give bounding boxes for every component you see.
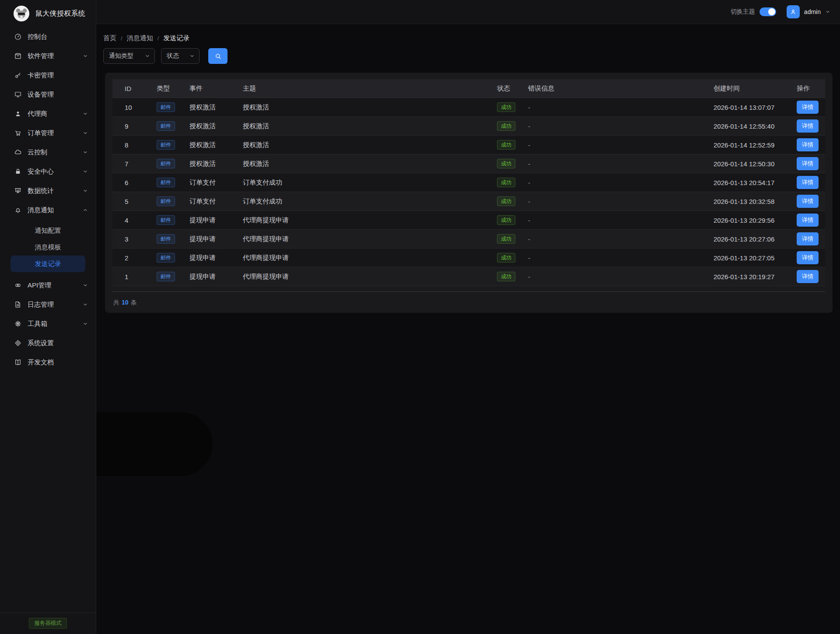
- sidebar-footer: 服务器模式: [0, 613, 96, 634]
- sidebar-item-settings[interactable]: 系统设置: [0, 333, 96, 353]
- cell-subject: 授权激活: [243, 103, 497, 112]
- records-card: ID 类型 事件 主题 状态 错误信息 创建时间 操作 10 邮件: [105, 73, 833, 313]
- cell-type: 邮件: [157, 159, 189, 168]
- column-header-action: 操作: [797, 84, 825, 93]
- username[interactable]: admin: [804, 8, 821, 15]
- breadcrumb-notifications[interactable]: 消息通知: [127, 34, 153, 42]
- sidebar-item-cardkey[interactable]: 卡密管理: [0, 66, 96, 85]
- sidebar-item-software[interactable]: 软件管理: [0, 46, 96, 66]
- table-row: 10 邮件 授权激活 授权激活 成功 - 2026-01-14 13:07:07: [112, 98, 825, 117]
- chevron-down-icon: [83, 302, 88, 307]
- cloud-icon: [14, 148, 22, 156]
- column-header-id: ID: [112, 85, 157, 92]
- chevron-down-icon: [83, 188, 88, 193]
- type-badge: 邮件: [157, 178, 175, 187]
- filter-bar: 通知类型 状态: [103, 48, 840, 64]
- table-footer: 共10条: [112, 291, 825, 307]
- cell-id: 1: [112, 273, 157, 280]
- cell-id: 7: [112, 160, 157, 168]
- cell-type: 邮件: [157, 121, 189, 131]
- cell-error: -: [528, 141, 714, 149]
- type-badge: 邮件: [157, 159, 175, 168]
- content: 首页 / 消息通知 / 发送记录 通知类型 状态: [96, 24, 840, 313]
- sidebar-subitem-send-records[interactable]: 发送记录: [10, 256, 85, 272]
- type-badge: 邮件: [157, 121, 175, 131]
- sidebar-item-toolbox[interactable]: 工具箱: [0, 314, 96, 333]
- detail-button[interactable]: 详情: [797, 195, 819, 208]
- brand: 鼠大侠授权系统: [0, 0, 96, 27]
- chevron-down-icon: [83, 283, 88, 288]
- cell-subject: 订单支付成功: [243, 179, 497, 187]
- cell-subject: 代理商提现申请: [243, 254, 497, 262]
- status-select[interactable]: 状态: [161, 48, 200, 64]
- cell-type: 邮件: [157, 140, 189, 150]
- cell-status: 成功: [497, 140, 528, 150]
- cell-created: 2026-01-13 20:27:06: [714, 235, 797, 243]
- cell-action: 详情: [797, 232, 825, 245]
- cell-created: 2026-01-13 20:54:17: [714, 179, 797, 186]
- detail-button[interactable]: 详情: [797, 232, 819, 245]
- detail-button[interactable]: 详情: [797, 157, 819, 170]
- app-title: 鼠大侠授权系统: [35, 9, 85, 18]
- cell-event: 订单支付: [189, 197, 243, 206]
- total-count: 10: [122, 299, 129, 306]
- toggle-knob: [768, 8, 775, 15]
- column-header-created: 创建时间: [714, 84, 797, 93]
- sidebar-item-logs[interactable]: 日志管理: [0, 295, 96, 314]
- sidebar-item-label: 代理商: [28, 110, 83, 118]
- table-row: 1 邮件 提现申请 代理商提现申请 成功 - 2026-01-13 20:19:…: [112, 267, 825, 286]
- type-badge: 邮件: [157, 140, 175, 150]
- sidebar-subitem-message-templates[interactable]: 消息模板: [10, 239, 85, 256]
- cell-subject: 授权激活: [243, 160, 497, 168]
- sidebar-item-api[interactable]: API管理: [0, 276, 96, 295]
- cell-id: 8: [112, 141, 157, 149]
- status-badge: 成功: [497, 140, 515, 150]
- sidebar-item-agents[interactable]: 代理商: [0, 104, 96, 123]
- cell-action: 详情: [797, 270, 825, 283]
- cell-action: 详情: [797, 119, 825, 133]
- detail-button[interactable]: 详情: [797, 119, 819, 133]
- sidebar-item-orders[interactable]: 订单管理: [0, 123, 96, 143]
- detail-button[interactable]: 详情: [797, 138, 819, 151]
- status-badge: 成功: [497, 253, 515, 263]
- chevron-down-icon[interactable]: [825, 9, 830, 14]
- breadcrumb-separator: /: [121, 35, 122, 42]
- main-area: 切换主题 admin 首页 / 消息通知 / 发送记录 通知类型: [96, 0, 840, 634]
- sidebar-item-label: 工具箱: [28, 320, 83, 328]
- sidebar-subitem-notify-config[interactable]: 通知配置: [10, 222, 85, 239]
- table-header-row: ID 类型 事件 主题 状态 错误信息 创建时间 操作: [112, 79, 825, 98]
- table-row: 9 邮件 授权激活 授权激活 成功 - 2026-01-14 12:55:40: [112, 117, 825, 136]
- detail-button[interactable]: 详情: [797, 214, 819, 227]
- sidebar-item-cloud-control[interactable]: 云控制: [0, 143, 96, 162]
- sidebar-item-label: 订单管理: [28, 129, 83, 137]
- notify-type-select[interactable]: 通知类型: [103, 48, 155, 64]
- theme-toggle-switch[interactable]: [760, 7, 776, 16]
- avatar[interactable]: [787, 5, 800, 18]
- sidebar-item-console[interactable]: 控制台: [0, 27, 96, 46]
- cell-id: 4: [112, 217, 157, 224]
- sidebar-item-statistics[interactable]: 数据统计: [0, 181, 96, 200]
- sidebar-item-notifications[interactable]: 消息通知: [0, 200, 96, 220]
- detail-button[interactable]: 详情: [797, 176, 819, 189]
- detail-button[interactable]: 详情: [797, 270, 819, 283]
- cell-status: 成功: [497, 196, 528, 206]
- cell-type: 邮件: [157, 253, 189, 263]
- cell-id: 6: [112, 179, 157, 186]
- cell-subject: 代理商提现申请: [243, 235, 497, 243]
- cell-error: -: [528, 217, 714, 224]
- cell-event: 提现申请: [189, 235, 243, 243]
- detail-button[interactable]: 详情: [797, 101, 819, 114]
- search-button[interactable]: [208, 48, 228, 64]
- search-icon: [214, 53, 222, 60]
- dashboard-icon: [14, 33, 22, 41]
- cell-error: -: [528, 179, 714, 186]
- cell-created: 2026-01-13 20:19:27: [714, 273, 797, 280]
- cell-status: 成功: [497, 234, 528, 244]
- sidebar-item-security[interactable]: 安全中心: [0, 162, 96, 181]
- sidebar-item-devices[interactable]: 设备管理: [0, 85, 96, 104]
- sidebar-item-docs[interactable]: 开发文档: [0, 353, 96, 372]
- column-header-status: 状态: [497, 84, 528, 93]
- table-row: 8 邮件 授权激活 授权激活 成功 - 2026-01-14 12:52:59: [112, 136, 825, 154]
- detail-button[interactable]: 详情: [797, 251, 819, 264]
- breadcrumb-home[interactable]: 首页: [103, 34, 116, 42]
